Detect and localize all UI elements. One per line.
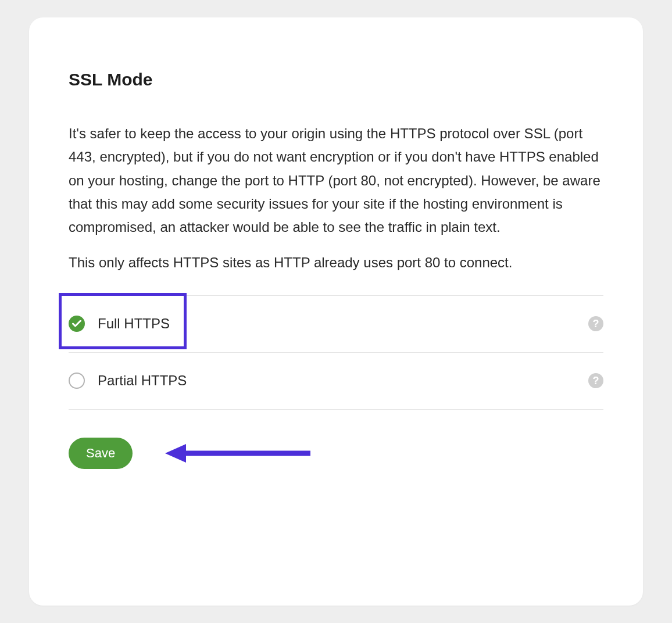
panel-title: SSL Mode — [69, 70, 603, 89]
svg-marker-1 — [165, 444, 186, 463]
panel-description-2: This only affects HTTPS sites as HTTP al… — [69, 251, 603, 274]
panel-description-1: It's safer to keep the access to your or… — [69, 122, 603, 239]
save-row: Save — [69, 438, 603, 469]
radio-label: Full HTTPS — [98, 316, 588, 332]
ssl-mode-card: SSL Mode It's safer to keep the access t… — [29, 17, 643, 606]
radio-label: Partial HTTPS — [98, 373, 588, 389]
radio-unselected-icon — [69, 373, 85, 389]
ssl-mode-options: Full HTTPS ? Partial HTTPS ? — [69, 295, 603, 410]
arrow-annotation-icon — [165, 442, 310, 465]
ssl-option-full-https[interactable]: Full HTTPS ? — [69, 296, 603, 353]
help-icon[interactable]: ? — [588, 316, 603, 331]
save-button[interactable]: Save — [69, 438, 133, 469]
radio-selected-icon — [69, 316, 85, 332]
ssl-option-partial-https[interactable]: Partial HTTPS ? — [69, 353, 603, 410]
help-icon[interactable]: ? — [588, 373, 603, 388]
